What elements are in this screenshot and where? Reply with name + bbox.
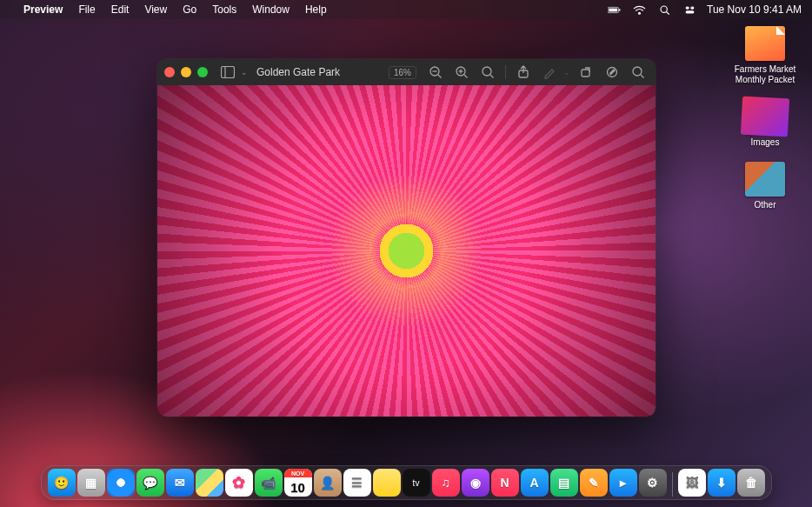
svg-line-14 <box>464 75 468 78</box>
dock-app-music[interactable]: ♫ <box>432 469 460 497</box>
svg-line-18 <box>490 75 494 78</box>
chevron-down-icon[interactable]: ⌄ <box>241 68 248 77</box>
wifi-icon[interactable] <box>633 4 646 16</box>
svg-rect-8 <box>222 67 235 78</box>
dock-app-settings[interactable]: ⚙︎ <box>639 469 667 497</box>
dock: 🙂▦💬✉︎✿📹NOV10👤☰ tv♫◉NA▤✎▸⚙︎🖼⬇︎🗑 <box>41 465 772 500</box>
svg-line-4 <box>667 11 669 13</box>
svg-rect-2 <box>619 9 620 11</box>
svg-line-23 <box>641 75 644 78</box>
dock-app-notes[interactable] <box>373 469 401 497</box>
battery-icon[interactable] <box>608 4 621 16</box>
window-titlebar[interactable]: ⌄ Golden Gate Park 16% ⌄ <box>157 59 656 85</box>
menu-file[interactable]: File <box>78 3 95 16</box>
preview-content[interactable] <box>157 85 656 417</box>
traffic-lights <box>164 67 208 77</box>
svg-line-11 <box>438 75 442 78</box>
dock-app-reminders[interactable]: ☰ <box>343 469 371 497</box>
svg-point-22 <box>633 67 642 76</box>
dock-area: 🙂▦💬✉︎✿📹NOV10👤☰ tv♫◉NA▤✎▸⚙︎🖼⬇︎🗑 <box>0 465 812 500</box>
desktop-file-farmers-packet[interactable]: Farmers MarketMonthly Packet <box>729 26 802 85</box>
dock-app-finder[interactable]: 🙂 <box>48 469 76 497</box>
spotlight-icon[interactable] <box>658 4 671 16</box>
share-button[interactable] <box>513 63 534 82</box>
desktop-stack-other[interactable]: Other <box>729 162 802 210</box>
markup-button[interactable] <box>602 63 622 82</box>
dock-app-preview[interactable]: 🖼 <box>678 469 706 497</box>
app-menu[interactable]: Preview <box>23 3 63 16</box>
dock-app-trash[interactable]: 🗑 <box>737 469 765 497</box>
menu-bar: Preview File Edit View Go Tools Window H… <box>0 0 812 19</box>
dock-divider <box>672 472 673 497</box>
dock-app-podcasts[interactable]: ◉ <box>462 469 489 497</box>
dock-app-photos[interactable]: ✿ <box>225 469 253 497</box>
dock-app-pages[interactable]: ✎ <box>580 469 608 497</box>
zoom-in-button[interactable] <box>451 63 472 82</box>
stack-icon <box>745 162 785 197</box>
menu-view[interactable]: View <box>144 3 167 16</box>
dock-app-messages[interactable]: 💬 <box>136 469 164 497</box>
sidebar-toggle-button[interactable] <box>218 63 237 81</box>
dock-app-contacts[interactable]: 👤 <box>314 469 342 497</box>
svg-rect-1 <box>609 8 617 11</box>
document-icon <box>745 26 785 61</box>
dock-app-downloads[interactable]: ⬇︎ <box>708 469 735 497</box>
svg-rect-6 <box>690 6 694 9</box>
preview-window: ⌄ Golden Gate Park 16% ⌄ <box>157 59 656 417</box>
zoom-to-fit-button[interactable] <box>477 63 498 82</box>
desktop-stack-images[interactable]: Images <box>729 99 802 148</box>
dock-app-calendar[interactable]: NOV10 <box>284 469 312 497</box>
displayed-image <box>157 85 656 417</box>
desktop-file-label: Images <box>729 137 802 148</box>
menu-window[interactable]: Window <box>252 3 290 16</box>
toolbar-separator <box>505 65 506 79</box>
menu-tools[interactable]: Tools <box>212 3 236 16</box>
desktop-file-label: Farmers MarketMonthly Packet <box>729 64 802 85</box>
search-button[interactable] <box>628 63 649 82</box>
window-title: Golden Gate Park <box>256 66 340 78</box>
svg-rect-7 <box>686 10 695 13</box>
desktop-file-label: Other <box>729 200 802 210</box>
dock-app-news[interactable]: N <box>491 469 519 497</box>
dock-app-mail[interactable]: ✉︎ <box>166 469 194 497</box>
zoom-out-button[interactable] <box>425 63 446 82</box>
menu-help[interactable]: Help <box>305 3 327 16</box>
svg-rect-20 <box>582 70 589 77</box>
dock-app-maps[interactable] <box>196 469 223 497</box>
dock-app-facetime[interactable]: 📹 <box>255 469 283 497</box>
desktop-icons: Farmers MarketMonthly Packet Images Othe… <box>729 26 802 224</box>
dock-app-keynote[interactable]: ▸ <box>609 469 637 497</box>
svg-point-3 <box>661 6 667 12</box>
menu-bar-clock[interactable]: Tue Nov 10 9:41 AM <box>707 3 802 16</box>
rotate-button[interactable] <box>576 63 596 82</box>
menu-go[interactable]: Go <box>183 3 196 16</box>
highlight-button[interactable] <box>539 63 560 82</box>
svg-rect-5 <box>686 6 689 9</box>
dock-app-numbers[interactable]: ▤ <box>550 469 578 497</box>
menu-edit[interactable]: Edit <box>111 3 130 16</box>
dock-app-safari[interactable] <box>107 469 135 497</box>
dock-app-appstore[interactable]: A <box>521 469 549 497</box>
dock-app-tv[interactable]: tv <box>403 469 430 497</box>
fullscreen-button[interactable] <box>197 67 208 77</box>
dock-app-launchpad[interactable]: ▦ <box>77 469 105 497</box>
svg-point-17 <box>483 67 491 76</box>
stack-icon <box>744 98 786 135</box>
chevron-down-icon[interactable]: ⌄ <box>563 68 570 77</box>
close-button[interactable] <box>164 67 175 77</box>
minimize-button[interactable] <box>181 67 191 77</box>
control-center-icon[interactable] <box>683 4 696 16</box>
zoom-percentage[interactable]: 16% <box>389 66 416 79</box>
